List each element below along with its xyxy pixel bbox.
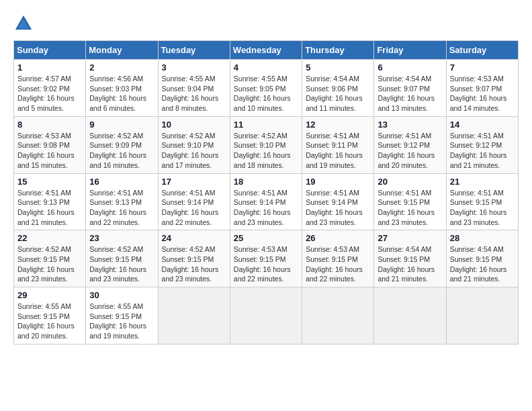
calendar-week-row: 1 Sunrise: 4:57 AM Sunset: 9:02 PM Dayli… <box>14 60 519 117</box>
day-number: 2 <box>89 62 154 73</box>
calendar-week-row: 15 Sunrise: 4:51 AM Sunset: 9:13 PM Dayl… <box>14 173 519 230</box>
day-number: 18 <box>234 177 298 187</box>
calendar-cell: 17 Sunrise: 4:51 AM Sunset: 9:14 PM Dayl… <box>158 173 230 230</box>
day-number: 24 <box>162 233 226 243</box>
calendar-cell: 29 Sunrise: 4:55 AM Sunset: 9:15 PM Dayl… <box>14 287 86 345</box>
day-number: 12 <box>306 120 370 130</box>
calendar-cell: 2 Sunrise: 4:56 AM Sunset: 9:03 PM Dayli… <box>86 60 158 117</box>
day-info: Sunrise: 4:55 AM Sunset: 9:05 PM Dayligh… <box>234 74 298 113</box>
calendar-cell: 28 Sunrise: 4:54 AM Sunset: 9:15 PM Dayl… <box>446 230 518 287</box>
calendar-cell <box>302 287 374 345</box>
calendar-cell: 30 Sunrise: 4:55 AM Sunset: 9:15 PM Dayl… <box>86 287 158 345</box>
day-of-week-header: Sunday <box>14 41 86 60</box>
calendar-cell: 21 Sunrise: 4:51 AM Sunset: 9:15 PM Dayl… <box>446 173 518 230</box>
calendar-week-row: 22 Sunrise: 4:52 AM Sunset: 9:15 PM Dayl… <box>14 230 519 287</box>
day-number: 28 <box>450 233 515 243</box>
logo-icon <box>13 13 34 34</box>
day-info: Sunrise: 4:52 AM Sunset: 9:15 PM Dayligh… <box>17 244 82 284</box>
day-number: 10 <box>162 120 226 130</box>
calendar-cell: 18 Sunrise: 4:51 AM Sunset: 9:14 PM Dayl… <box>230 173 302 230</box>
day-of-week-header: Wednesday <box>230 41 302 60</box>
day-number: 6 <box>378 62 442 73</box>
day-info: Sunrise: 4:55 AM Sunset: 9:15 PM Dayligh… <box>17 302 82 341</box>
day-info: Sunrise: 4:53 AM Sunset: 9:07 PM Dayligh… <box>450 74 515 113</box>
calendar-cell: 14 Sunrise: 4:51 AM Sunset: 9:12 PM Dayl… <box>446 116 518 173</box>
day-of-week-header: Tuesday <box>158 41 230 60</box>
day-number: 16 <box>89 177 154 187</box>
day-number: 23 <box>89 233 154 243</box>
calendar-cell <box>158 287 230 345</box>
calendar-cell: 5 Sunrise: 4:54 AM Sunset: 9:06 PM Dayli… <box>302 60 374 117</box>
day-number: 25 <box>234 233 298 243</box>
day-number: 9 <box>89 120 154 130</box>
day-info: Sunrise: 4:51 AM Sunset: 9:12 PM Dayligh… <box>378 131 442 171</box>
calendar-cell: 1 Sunrise: 4:57 AM Sunset: 9:02 PM Dayli… <box>14 60 86 117</box>
day-number: 5 <box>306 62 370 73</box>
day-info: Sunrise: 4:52 AM Sunset: 9:09 PM Dayligh… <box>89 131 154 171</box>
day-number: 7 <box>450 62 515 73</box>
day-info: Sunrise: 4:57 AM Sunset: 9:02 PM Dayligh… <box>17 74 82 113</box>
calendar-cell: 16 Sunrise: 4:51 AM Sunset: 9:13 PM Dayl… <box>86 173 158 230</box>
day-info: Sunrise: 4:51 AM Sunset: 9:14 PM Dayligh… <box>306 188 370 228</box>
day-info: Sunrise: 4:54 AM Sunset: 9:06 PM Dayligh… <box>306 74 370 113</box>
day-info: Sunrise: 4:54 AM Sunset: 9:15 PM Dayligh… <box>378 244 442 284</box>
day-number: 11 <box>234 120 298 130</box>
day-number: 22 <box>17 233 82 243</box>
day-number: 30 <box>89 290 154 300</box>
day-of-week-header: Friday <box>374 41 446 60</box>
calendar-cell <box>230 287 302 345</box>
calendar-cell: 13 Sunrise: 4:51 AM Sunset: 9:12 PM Dayl… <box>374 116 446 173</box>
day-number: 29 <box>17 290 82 300</box>
calendar-cell: 3 Sunrise: 4:55 AM Sunset: 9:04 PM Dayli… <box>158 60 230 117</box>
day-info: Sunrise: 4:51 AM Sunset: 9:14 PM Dayligh… <box>162 188 226 228</box>
day-number: 3 <box>162 62 226 73</box>
calendar-header-row: SundayMondayTuesdayWednesdayThursdayFrid… <box>14 41 519 60</box>
calendar-cell: 27 Sunrise: 4:54 AM Sunset: 9:15 PM Dayl… <box>374 230 446 287</box>
day-number: 13 <box>378 120 442 130</box>
calendar-cell: 23 Sunrise: 4:52 AM Sunset: 9:15 PM Dayl… <box>86 230 158 287</box>
day-number: 14 <box>450 120 515 130</box>
calendar-cell: 9 Sunrise: 4:52 AM Sunset: 9:09 PM Dayli… <box>86 116 158 173</box>
day-info: Sunrise: 4:52 AM Sunset: 9:15 PM Dayligh… <box>89 244 154 284</box>
calendar-cell: 11 Sunrise: 4:52 AM Sunset: 9:10 PM Dayl… <box>230 116 302 173</box>
day-info: Sunrise: 4:54 AM Sunset: 9:07 PM Dayligh… <box>378 74 442 113</box>
day-info: Sunrise: 4:51 AM Sunset: 9:12 PM Dayligh… <box>450 131 515 171</box>
day-info: Sunrise: 4:51 AM Sunset: 9:13 PM Dayligh… <box>89 188 154 228</box>
calendar-week-row: 29 Sunrise: 4:55 AM Sunset: 9:15 PM Dayl… <box>14 287 519 345</box>
day-number: 15 <box>17 177 82 187</box>
day-of-week-header: Monday <box>86 41 158 60</box>
day-info: Sunrise: 4:54 AM Sunset: 9:15 PM Dayligh… <box>450 244 515 284</box>
day-info: Sunrise: 4:51 AM Sunset: 9:11 PM Dayligh… <box>306 131 370 171</box>
day-number: 27 <box>378 233 442 243</box>
calendar-cell: 7 Sunrise: 4:53 AM Sunset: 9:07 PM Dayli… <box>446 60 518 117</box>
calendar-cell: 22 Sunrise: 4:52 AM Sunset: 9:15 PM Dayl… <box>14 230 86 287</box>
day-number: 21 <box>450 177 515 187</box>
day-info: Sunrise: 4:51 AM Sunset: 9:15 PM Dayligh… <box>450 188 515 228</box>
calendar-cell: 19 Sunrise: 4:51 AM Sunset: 9:14 PM Dayl… <box>302 173 374 230</box>
day-of-week-header: Thursday <box>302 41 374 60</box>
calendar-cell: 12 Sunrise: 4:51 AM Sunset: 9:11 PM Dayl… <box>302 116 374 173</box>
day-number: 4 <box>234 62 298 73</box>
day-info: Sunrise: 4:52 AM Sunset: 9:10 PM Dayligh… <box>234 131 298 171</box>
day-info: Sunrise: 4:52 AM Sunset: 9:10 PM Dayligh… <box>162 131 226 171</box>
calendar-cell: 4 Sunrise: 4:55 AM Sunset: 9:05 PM Dayli… <box>230 60 302 117</box>
day-info: Sunrise: 4:53 AM Sunset: 9:15 PM Dayligh… <box>234 244 298 284</box>
calendar-table: SundayMondayTuesdayWednesdayThursdayFrid… <box>13 40 519 345</box>
day-info: Sunrise: 4:51 AM Sunset: 9:13 PM Dayligh… <box>17 188 82 228</box>
calendar-cell <box>446 287 518 345</box>
day-info: Sunrise: 4:56 AM Sunset: 9:03 PM Dayligh… <box>89 74 154 113</box>
day-info: Sunrise: 4:53 AM Sunset: 9:08 PM Dayligh… <box>17 131 82 171</box>
calendar-cell: 15 Sunrise: 4:51 AM Sunset: 9:13 PM Dayl… <box>14 173 86 230</box>
day-info: Sunrise: 4:55 AM Sunset: 9:04 PM Dayligh… <box>162 74 226 113</box>
calendar-cell: 10 Sunrise: 4:52 AM Sunset: 9:10 PM Dayl… <box>158 116 230 173</box>
day-number: 8 <box>17 120 82 130</box>
day-info: Sunrise: 4:51 AM Sunset: 9:15 PM Dayligh… <box>378 188 442 228</box>
calendar-cell: 8 Sunrise: 4:53 AM Sunset: 9:08 PM Dayli… <box>14 116 86 173</box>
calendar-cell <box>374 287 446 345</box>
calendar-cell: 24 Sunrise: 4:52 AM Sunset: 9:15 PM Dayl… <box>158 230 230 287</box>
calendar-cell: 26 Sunrise: 4:53 AM Sunset: 9:15 PM Dayl… <box>302 230 374 287</box>
page-header <box>13 13 519 34</box>
logo <box>13 13 38 34</box>
day-number: 19 <box>306 177 370 187</box>
day-of-week-header: Saturday <box>446 41 518 60</box>
